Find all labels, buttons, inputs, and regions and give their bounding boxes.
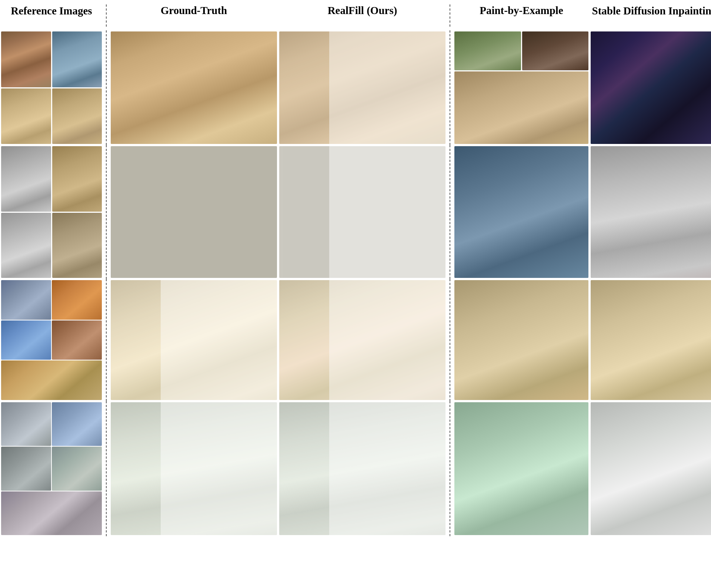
sd-col-row3 [590, 279, 711, 401]
ref-image-r3-1 [1, 280, 51, 320]
rf-image-row4 [279, 402, 445, 535]
divider-row3-left [106, 279, 107, 401]
header-groundtruth-label: Ground-Truth [161, 4, 227, 17]
ref-col-row3 [0, 279, 103, 401]
col-header-realfill: RealFill (Ours) [278, 4, 447, 17]
row-teddy [0, 279, 711, 401]
ref-image-r2-2 [52, 146, 102, 212]
gt-col-row4 [110, 401, 278, 536]
rf-image-row2 [279, 146, 445, 278]
ref-image-r1-1 [1, 31, 51, 87]
sd-image-row4 [591, 402, 711, 535]
pbe-image-row3 [454, 280, 588, 400]
ref-col-row1 [0, 30, 103, 145]
col-header-reference: Reference Images [0, 4, 103, 17]
pbe-top1-row1 [454, 31, 521, 70]
gt-col-row3 [110, 279, 278, 401]
pbe-col-row2 [453, 145, 590, 279]
gt-image-row4 [111, 402, 277, 535]
rf-col-row3 [278, 279, 447, 401]
ref-image-r1-2 [52, 31, 102, 87]
rf-image-row3 [279, 280, 445, 400]
col-header-groundtruth: Ground-Truth [110, 4, 278, 17]
pbe-top2-row1 [522, 31, 589, 70]
ref-col-row4 [0, 401, 103, 536]
rf-image-row1 [279, 31, 445, 144]
sd-col-row4 [590, 401, 711, 536]
ref-col-row2 [0, 145, 103, 279]
rf-col-row1 [278, 30, 447, 145]
ref-image-r4-1 [1, 402, 51, 446]
divider-row1-left [106, 30, 107, 145]
pbe-col-row4 [453, 401, 590, 536]
divider-1 [106, 4, 107, 27]
divider-row4-left [106, 401, 107, 536]
gt-col-row1 [110, 30, 278, 145]
sd-image-row1 [591, 31, 711, 144]
ref-image-r2-3 [1, 213, 51, 278]
pbe-image-row2 [454, 146, 588, 278]
ref-image-r1-3 [1, 88, 51, 144]
ref-image-r4-2 [52, 402, 102, 446]
pbe-image-row4 [454, 402, 588, 535]
divider-row4-right [450, 401, 450, 536]
row-music [0, 30, 711, 145]
ref-image-r2-4 [52, 213, 102, 278]
ref-image-r3-2 [52, 280, 102, 320]
header-sd-label: Stable Diffusion Inpainting [592, 4, 711, 17]
gt-image-row1 [111, 31, 277, 144]
main-container: Reference Images Ground-Truth RealFill (… [0, 0, 711, 588]
sd-col-row2 [590, 145, 711, 279]
header-reference-label: Reference Images [11, 4, 92, 17]
row-bunny [0, 145, 711, 279]
ref-image-r3-5 [1, 360, 102, 400]
pbe-main-row1 [454, 71, 588, 144]
pbe-col-row3 [453, 279, 590, 401]
rf-col-row4 [278, 401, 447, 536]
ref-image-r1-4 [52, 88, 102, 144]
header-pbe-label: Paint-by-Example [480, 4, 563, 17]
divider-row3-right [450, 279, 450, 401]
pbe-col-row1 [453, 30, 590, 145]
rf-col-row2 [278, 145, 447, 279]
row-robot [0, 401, 711, 536]
divider-2 [450, 4, 450, 27]
header-row: Reference Images Ground-Truth RealFill (… [0, 0, 711, 30]
sd-image-row2 [591, 146, 711, 278]
ref-image-r4-5 [1, 491, 102, 535]
sd-image-row3 [591, 280, 711, 400]
ref-image-r2-1 [1, 146, 51, 212]
ref-image-r4-3 [1, 447, 51, 490]
gt-image-row3 [111, 280, 277, 400]
col-header-sd: Stable Diffusion Inpainting [590, 4, 711, 17]
gt-image-row2 [111, 146, 277, 278]
header-realfill-label: RealFill (Ours) [328, 4, 397, 17]
divider-row2-right [450, 145, 450, 279]
col-header-pbe: Paint-by-Example [453, 4, 590, 17]
sd-col-row1 [590, 30, 711, 145]
ref-image-r3-4 [52, 320, 102, 360]
divider-row2-left [106, 145, 107, 279]
ref-image-r3-3 [1, 320, 51, 360]
divider-row1-right [450, 30, 450, 145]
gt-col-row2 [110, 145, 278, 279]
ref-image-r4-4 [52, 447, 102, 490]
